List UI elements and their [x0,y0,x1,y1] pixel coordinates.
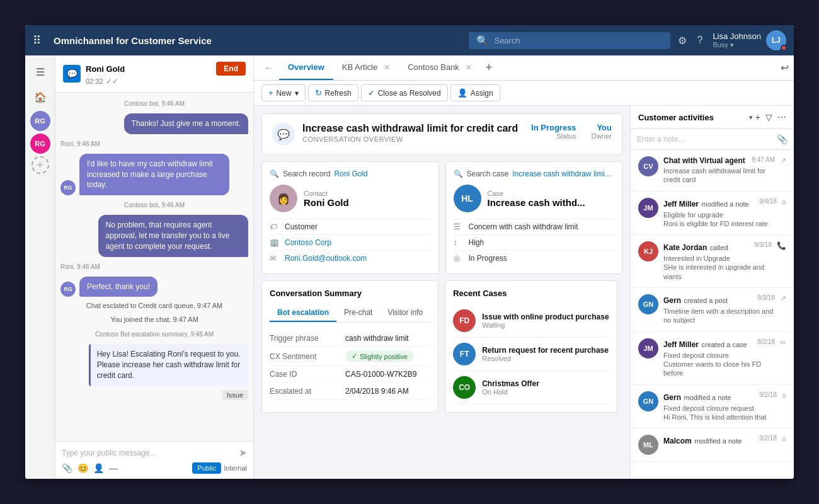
case-item-1[interactable]: FD Issue with online product purchase Wa… [453,304,609,338]
activity-avatar-1: CV [638,156,658,176]
activity-item-1: CV Chat with Virtual agent 9:47 AM Incre… [631,150,794,192]
sidebar-avatar-1[interactable]: RG [30,111,50,131]
user-status: Busy ▾ [713,41,761,49]
new-chevron-icon: ▾ [295,89,299,98]
email-link[interactable]: Roni.Gold@outlook.com [285,254,367,263]
roni-avatar-small-2: RG [60,282,76,297]
new-label: New [277,89,292,98]
help-icon[interactable]: ? [697,35,702,46]
roni-avatar-small: RG [60,180,76,195]
search-input[interactable] [494,36,663,45]
priority-icon: ↕ [454,238,464,247]
internal-button[interactable]: Internal [224,464,247,472]
assign-icon: 👤 [457,88,467,98]
tab-overview-label: Overview [288,62,324,72]
main-content: 💬 Increase cash withdrawal limit for cre… [254,106,630,479]
activity-time-3: 9/3/18 [754,241,772,248]
settings-icon[interactable]: ⚙ [678,35,687,47]
case-type-label: Case [488,190,585,197]
escalated-at-row: Escalated at 2/04/2018 9:46 AM [270,383,430,400]
tab-back-button[interactable]: ↩ [781,62,789,74]
user-info[interactable]: Lisa Johnson Busy ▾ LJ [713,30,786,50]
activity-name-5: Jeff Miller [663,340,699,349]
new-button[interactable]: + New ▾ [261,84,306,101]
activity-item-7: ML Malcom modified a note 9/2/18 ≡ [631,428,794,462]
tab-contoso-bank[interactable]: Contoso Bank ✕ [399,55,481,80]
summary-tab-pre[interactable]: Pre-chat [336,304,380,322]
chat-input[interactable] [62,449,234,457]
chat-tool-attach[interactable]: 📎 [62,463,72,473]
case-avatar: HL [454,185,481,212]
company-link[interactable]: Contoso Corp [285,238,331,247]
escalation-bubble: Hey Lisa! Escalating Roni's request to y… [89,344,248,386]
app-grid-icon[interactable]: ⠿ [33,33,41,47]
conv-owner-block: You Owner [592,123,612,140]
activity-avatar-4: GN [638,294,658,314]
chat-user-name: Roni Gold [86,64,212,74]
case-id-value: CAS-01000-W7K2B9 [345,370,416,379]
summary-tab-bot[interactable]: Bot escalation [270,304,336,322]
nav-icons: ⚙ ? Lisa Johnson Busy ▾ LJ [678,30,786,50]
back-arrow[interactable]: ← [259,62,279,74]
activities-add-button[interactable]: + [755,112,760,122]
send-button[interactable]: ➤ [239,447,247,459]
activities-header: Customer activities ▾ + ▽ ⋯ [631,106,794,129]
trigger-phrase-value: cash withdraw limit [345,334,409,343]
sidebar-avatar-2[interactable]: RG [30,134,50,154]
tab-overview[interactable]: Overview [279,55,333,80]
activity-name-6: Gern [663,393,681,402]
refresh-icon: ↻ [315,88,322,98]
assign-button[interactable]: 👤 Assign [450,84,500,101]
conv-owner-label: Owner [592,132,612,140]
sidebar-menu-icon[interactable]: ☰ [29,60,52,83]
activity-icon-1: ↗ [780,156,786,185]
user-message-2: Perfect, thank you! [79,277,158,297]
conv-icon: 💬 [272,123,295,146]
tab-contoso-close[interactable]: ✕ [466,63,472,72]
chat-tool-dash[interactable]: — [109,463,118,473]
chat-tool-person[interactable]: 👤 [93,463,104,473]
activity-name-1: Chat with Virtual agent [663,156,745,165]
activities-chevron-icon[interactable]: ▾ [749,113,753,122]
chat-tool-smile[interactable]: 😊 [77,463,88,473]
refresh-button[interactable]: ↻ Refresh [308,84,358,101]
summary-tab-visitor[interactable]: Visitor info [380,304,430,322]
activity-time-7: 9/2/18 [759,435,777,442]
user-message-1: I'd like to have my cash withdraw limit … [79,154,229,195]
status-dot [781,45,787,51]
activities-filter-icon[interactable]: ▽ [765,112,772,122]
search-box[interactable]: 🔍 [469,32,670,49]
tab-kb-close[interactable]: ✕ [384,63,390,72]
end-chat-button[interactable]: End [216,62,246,76]
note-input[interactable] [637,135,773,144]
note-attach-icon[interactable]: 📎 [777,134,788,144]
case-item-2[interactable]: FT Return request for recent purchase Re… [453,338,609,371]
cx-sentiment-label: CX Sentiment [270,352,345,361]
sidebar-add-button[interactable]: + [32,156,49,174]
check-icon: ✓ [368,88,375,98]
chat-time: 02:32 [86,77,103,85]
sidebar-home-icon[interactable]: 🏠 [29,86,52,108]
activity-content-6: Gern modified a note 9/2/18 Fixed deposi… [663,391,777,422]
system-msg-1: Chat esclated to Credit card queue, 9:47… [60,301,248,311]
activity-content-1: Chat with Virtual agent 9:47 AM Increase… [663,156,775,185]
activities-title: Customer activities [638,113,747,122]
activity-item-4: GN Gern created a post 9/3/18 Timeline i… [631,288,794,332]
activity-desc-1: Increase cash withdrawal limit for credi… [663,166,775,185]
case-item-3[interactable]: CO Christmas Offer On Hold [453,371,609,404]
activities-more-icon[interactable]: ⋯ [777,112,786,122]
case-priority: ↕ High [454,234,615,250]
tab-kb-article[interactable]: KB Article ✕ [333,55,399,80]
public-button[interactable]: Public [192,462,221,474]
activity-desc-6: Fixed deposit closure requestHi Roni, Th… [663,404,777,422]
activities-list: CV Chat with Virtual agent 9:47 AM Incre… [631,150,794,479]
activity-icon-7: ≡ [782,435,786,455]
search-case-link[interactable]: Increase cash withdraw limi... [512,169,611,178]
activity-name-7: Malcom [663,437,692,445]
tab-add-button[interactable]: + [481,61,498,74]
search-record-link[interactable]: Roni Gold [334,169,367,178]
close-resolved-button[interactable]: ✓ Close as Resolved [361,84,448,101]
chat-channel-icon: 💬 [63,65,81,83]
case-item-avatar-3: CO [453,376,476,399]
activity-time-1: 9:47 AM [752,156,775,163]
